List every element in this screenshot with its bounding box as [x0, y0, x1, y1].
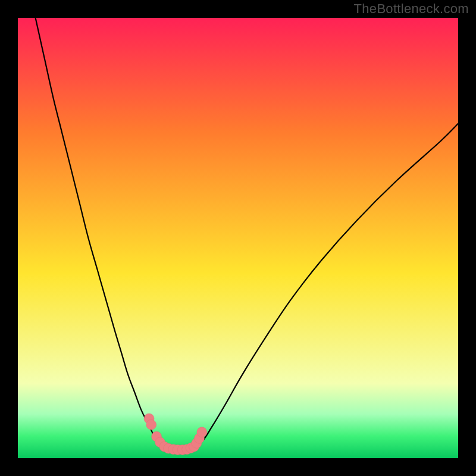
gradient-background: [18, 18, 458, 458]
highlight-dot: [146, 419, 156, 430]
watermark-text: TheBottleneck.com: [354, 1, 469, 17]
chart-svg: [18, 18, 458, 458]
plot-area: [18, 18, 458, 458]
highlight-dot: [197, 427, 207, 437]
chart-outer-frame: TheBottleneck.com: [0, 0, 476, 476]
